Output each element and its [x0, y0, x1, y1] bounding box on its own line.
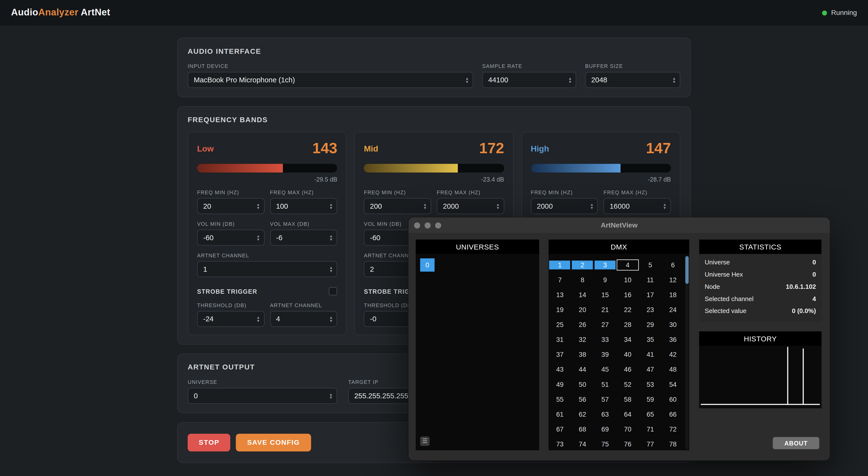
dmx-channel-42[interactable]: 42 [662, 349, 683, 360]
window-zoom-icon[interactable] [435, 222, 441, 228]
dmx-channel-2[interactable]: 2 [572, 260, 593, 269]
dmx-channel-35[interactable]: 35 [640, 335, 661, 344]
dmx-channel-19[interactable]: 19 [549, 304, 570, 314]
dmx-channel-30[interactable]: 30 [662, 319, 683, 329]
dmx-channel-41[interactable]: 41 [640, 349, 661, 360]
stepper-icon[interactable]: ▲▼ [423, 203, 427, 209]
stepper-icon[interactable]: ▲▼ [329, 235, 333, 241]
dmx-channel-25[interactable]: 25 [549, 319, 570, 329]
stepper-icon[interactable]: ▲▼ [256, 316, 260, 322]
sample-rate-select[interactable]: 44100 ▲▼ [482, 72, 576, 88]
dmx-channel-49[interactable]: 49 [549, 379, 570, 389]
dmx-channel-74[interactable]: 74 [572, 439, 593, 449]
dmx-channel-40[interactable]: 40 [617, 349, 638, 360]
window-minimize-icon[interactable] [425, 222, 431, 228]
dmx-channel-1[interactable]: 1 [549, 260, 570, 269]
dmx-channel-64[interactable]: 64 [617, 409, 638, 419]
artnet-channel-input[interactable]: 1▲▼ [197, 261, 337, 277]
dmx-channel-60[interactable]: 60 [662, 394, 683, 404]
strobe-artnet-channel-input[interactable]: 4▲▼ [270, 311, 337, 327]
freq-min-input[interactable]: 2000▲▼ [531, 198, 598, 214]
strobe-checkbox[interactable] [329, 287, 337, 296]
dmx-channel-63[interactable]: 63 [595, 409, 616, 419]
dmx-channel-22[interactable]: 22 [617, 304, 638, 314]
dmx-channel-14[interactable]: 14 [572, 290, 593, 300]
dmx-channel-37[interactable]: 37 [549, 349, 570, 360]
dmx-channel-47[interactable]: 47 [640, 364, 661, 374]
dmx-channel-46[interactable]: 46 [617, 364, 638, 374]
dmx-channel-7[interactable]: 7 [549, 275, 570, 285]
dmx-channel-58[interactable]: 58 [617, 394, 638, 404]
dmx-channel-15[interactable]: 15 [595, 290, 616, 300]
dmx-channel-65[interactable]: 65 [640, 409, 661, 419]
stepper-icon[interactable]: ▲▼ [329, 316, 333, 322]
dmx-channel-59[interactable]: 59 [640, 394, 661, 404]
dmx-channel-12[interactable]: 12 [662, 275, 683, 285]
dmx-channel-56[interactable]: 56 [572, 394, 593, 404]
dmx-channel-76[interactable]: 76 [617, 439, 638, 449]
dmx-channel-29[interactable]: 29 [640, 319, 661, 329]
stepper-icon[interactable]: ▲▼ [496, 203, 500, 209]
dmx-channel-18[interactable]: 18 [662, 290, 683, 300]
dmx-channel-5[interactable]: 5 [640, 260, 661, 270]
dmx-channel-78[interactable]: 78 [662, 439, 683, 449]
dmx-scrollbar[interactable] [685, 256, 689, 449]
input-device-select[interactable]: MacBook Pro Microphone (1ch) ▲▼ [188, 72, 473, 88]
dmx-channel-32[interactable]: 32 [572, 335, 593, 344]
list-view-icon[interactable]: ☰ [420, 436, 429, 446]
dmx-channel-20[interactable]: 20 [572, 304, 593, 314]
freq-min-input[interactable]: 20▲▼ [197, 198, 264, 214]
dmx-channel-9[interactable]: 9 [595, 275, 616, 285]
dmx-channel-53[interactable]: 53 [640, 379, 661, 389]
dmx-channel-31[interactable]: 31 [549, 335, 570, 344]
strobe-threshold-input[interactable]: -24▲▼ [197, 311, 264, 327]
dmx-channel-11[interactable]: 11 [640, 275, 661, 285]
dmx-channel-16[interactable]: 16 [617, 290, 638, 300]
dmx-channel-24[interactable]: 24 [662, 304, 683, 314]
dmx-channel-36[interactable]: 36 [662, 335, 683, 344]
stop-button[interactable]: STOP [188, 434, 230, 451]
dmx-channel-61[interactable]: 61 [549, 409, 570, 419]
dmx-channel-33[interactable]: 33 [595, 335, 616, 344]
dmx-channel-38[interactable]: 38 [572, 349, 593, 360]
dmx-channel-10[interactable]: 10 [617, 275, 638, 285]
freq-max-input[interactable]: 2000▲▼ [437, 198, 504, 214]
dmx-channel-34[interactable]: 34 [617, 335, 638, 344]
dmx-channel-57[interactable]: 57 [595, 394, 616, 404]
dmx-channel-52[interactable]: 52 [617, 379, 638, 389]
stepper-icon[interactable]: ▲▼ [663, 203, 666, 209]
window-titlebar[interactable]: ArtNetView [409, 217, 830, 233]
stepper-icon[interactable]: ▲▼ [590, 203, 594, 209]
dmx-channel-68[interactable]: 68 [572, 424, 593, 434]
dmx-channel-6[interactable]: 6 [662, 260, 683, 270]
stepper-icon[interactable]: ▲▼ [329, 203, 333, 209]
dmx-channel-77[interactable]: 77 [640, 439, 661, 449]
freq-max-input[interactable]: 16000▲▼ [604, 198, 671, 214]
dmx-channel-43[interactable]: 43 [549, 364, 570, 374]
about-button[interactable]: ABOUT [773, 437, 819, 449]
vol-max-input[interactable]: -6▲▼ [270, 230, 337, 246]
dmx-channel-48[interactable]: 48 [662, 364, 683, 374]
dmx-channel-26[interactable]: 26 [572, 319, 593, 329]
save-config-button[interactable]: SAVE CONFIG [236, 434, 311, 451]
dmx-channel-71[interactable]: 71 [640, 424, 661, 434]
dmx-channel-39[interactable]: 39 [595, 349, 616, 360]
dmx-channel-45[interactable]: 45 [595, 364, 616, 374]
dmx-channel-3[interactable]: 3 [595, 260, 616, 269]
dmx-channel-70[interactable]: 70 [617, 424, 638, 434]
freq-min-input[interactable]: 200▲▼ [364, 198, 431, 214]
artnetview-window[interactable]: ArtNetView UNIVERSES 0 ☰ DMX 12345678910… [408, 217, 830, 461]
buffer-size-select[interactable]: 2048 ▲▼ [585, 72, 680, 88]
stepper-icon[interactable]: ▲▼ [256, 203, 260, 209]
window-close-icon[interactable] [414, 222, 420, 228]
universe-item[interactable]: 0 [420, 258, 434, 271]
dmx-channel-62[interactable]: 62 [572, 409, 593, 419]
dmx-channel-75[interactable]: 75 [595, 439, 616, 449]
dmx-channel-23[interactable]: 23 [640, 304, 661, 314]
dmx-channel-67[interactable]: 67 [549, 424, 570, 434]
stepper-icon[interactable]: ▲▼ [329, 266, 333, 272]
dmx-channel-21[interactable]: 21 [595, 304, 616, 314]
freq-max-input[interactable]: 100▲▼ [270, 198, 337, 214]
stepper-icon[interactable]: ▲▼ [256, 235, 260, 241]
scrollbar-thumb[interactable] [685, 256, 689, 284]
